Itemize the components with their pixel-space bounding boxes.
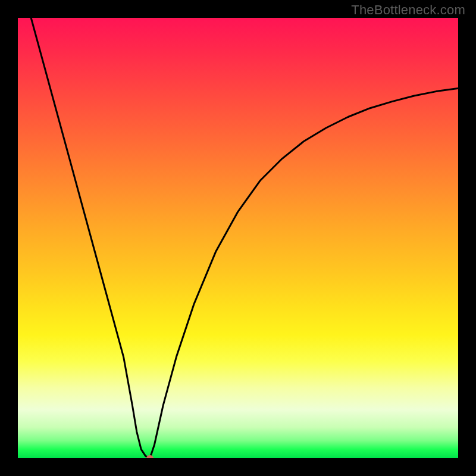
watermark-text: TheBottleneck.com	[351, 2, 465, 18]
curve-layer	[18, 18, 458, 458]
plot-area	[18, 18, 458, 458]
bottleneck-curve-path	[31, 18, 458, 458]
minimum-marker	[146, 455, 154, 458]
chart-frame: TheBottleneck.com	[0, 0, 476, 476]
